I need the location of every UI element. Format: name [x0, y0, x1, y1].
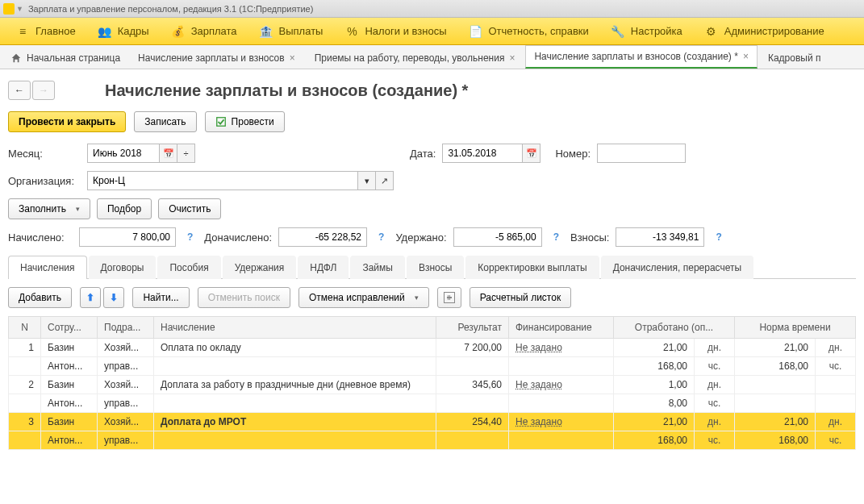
- post-and-close-button[interactable]: Провести и закрыть: [8, 111, 126, 132]
- cell-unit: чс.: [816, 431, 856, 450]
- table-row[interactable]: 2БазинХозяй...Доплата за работу в праздн…: [9, 376, 856, 394]
- calendar-icon[interactable]: 📅: [160, 144, 177, 163]
- doctab-recalc[interactable]: Доначисления, перерасчеты: [601, 256, 753, 279]
- menu-reports[interactable]: 📄Отчетность, справки: [458, 18, 600, 45]
- col-dep[interactable]: Подра...: [98, 317, 154, 339]
- post-icon: [215, 116, 227, 127]
- cell-worked-hours: 8,00: [614, 394, 695, 413]
- menu-label: Администрирование: [724, 25, 824, 37]
- org-input[interactable]: [87, 171, 358, 190]
- table-row[interactable]: 1БазинХозяй...Оплата по окладу7 200,00Не…: [9, 339, 856, 357]
- menu-label: Настройка: [631, 25, 682, 37]
- nav-forward-button[interactable]: →: [32, 81, 55, 100]
- tab-bar: Начальная страница Начисление зарплаты и…: [0, 45, 864, 69]
- help-icon[interactable]: ?: [553, 231, 559, 243]
- clear-button[interactable]: Очистить: [158, 198, 221, 219]
- cell-emp: Базин: [41, 339, 98, 357]
- dropdown-icon[interactable]: ▼: [16, 5, 23, 13]
- close-icon[interactable]: ×: [743, 51, 749, 62]
- spinner-icon[interactable]: ÷: [177, 144, 195, 163]
- menu-salary[interactable]: 💰Зарплата: [161, 18, 248, 45]
- financing-link[interactable]: Не задано: [515, 342, 562, 353]
- move-up-button[interactable]: ⬆: [80, 287, 101, 308]
- cell-dep: Хозяй...: [98, 339, 154, 357]
- table-row-sub[interactable]: Антон...управ...168,00чс.168,00чс.: [9, 357, 856, 376]
- doctab-contracts[interactable]: Договоры: [89, 256, 157, 279]
- menu-taxes[interactable]: %Налоги и взносы: [334, 18, 457, 45]
- help-icon[interactable]: ?: [187, 231, 193, 243]
- financing-link[interactable]: Не задано: [515, 416, 562, 427]
- open-icon[interactable]: ↗: [376, 171, 394, 190]
- cell-emp2: Антон...: [41, 357, 98, 376]
- menu-settings[interactable]: 🔧Настройка: [600, 18, 694, 45]
- tab-hires[interactable]: Приемы на работу, переводы, увольнения×: [306, 47, 524, 69]
- menu-admin[interactable]: ⚙Администрирование: [694, 18, 836, 45]
- col-fin[interactable]: Финансирование: [509, 317, 614, 339]
- contrib-label: Взносы:: [570, 231, 610, 244]
- date-input[interactable]: [442, 144, 523, 163]
- tab-payroll-list[interactable]: Начисление зарплаты и взносов×: [129, 47, 304, 69]
- dropdown-icon[interactable]: ▾: [358, 171, 376, 190]
- save-button[interactable]: Записать: [134, 111, 196, 132]
- table-row[interactable]: 3БазинХозяй...Доплата до МРОТ254,40Не за…: [9, 413, 856, 431]
- cell-n: 3: [9, 413, 41, 431]
- contrib-input[interactable]: [616, 227, 704, 247]
- bank-icon: 🏦: [260, 25, 273, 38]
- help-icon[interactable]: ?: [378, 231, 384, 243]
- doctab-contrib[interactable]: Взносы: [407, 256, 464, 279]
- col-n[interactable]: N: [9, 317, 41, 339]
- menu-hr[interactable]: 👥Кадры: [87, 18, 161, 45]
- doctab-loans[interactable]: Займы: [350, 256, 405, 279]
- financing-link[interactable]: Не задано: [515, 379, 562, 390]
- doctab-accruals[interactable]: Начисления: [8, 256, 87, 279]
- cell-norm-days: 21,00: [735, 413, 816, 431]
- calendar-icon[interactable]: 📅: [523, 144, 541, 163]
- main-menu: ≡Главное 👥Кадры 💰Зарплата 🏦Выплаты %Нало…: [0, 18, 864, 45]
- close-icon[interactable]: ×: [509, 52, 515, 64]
- tab-hr-cut[interactable]: Кадровый п: [759, 47, 830, 69]
- tab-label: Начальная страница: [27, 52, 120, 64]
- grid-icon: [444, 292, 455, 303]
- post-button[interactable]: Провести: [205, 111, 285, 132]
- cell-accrual: Оплата по окладу: [154, 339, 436, 357]
- document-icon: 📄: [470, 25, 482, 38]
- tab-home[interactable]: Начальная страница: [3, 47, 127, 69]
- table-row-sub[interactable]: Антон...управ...8,00чс.: [9, 394, 856, 413]
- col-accrual[interactable]: Начисление: [154, 317, 436, 339]
- payslip-button[interactable]: Расчетный листок: [470, 287, 571, 308]
- col-worked[interactable]: Отработано (оп...: [614, 317, 735, 339]
- col-emp[interactable]: Сотру...: [41, 317, 98, 339]
- cell-emp: Базин: [41, 376, 98, 394]
- doctab-benefits[interactable]: Пособия: [157, 256, 220, 279]
- doctab-ndfl[interactable]: НДФЛ: [298, 256, 349, 279]
- col-norm[interactable]: Норма времени: [735, 317, 856, 339]
- find-button[interactable]: Найти...: [132, 287, 189, 308]
- fill-button[interactable]: Заполнить: [8, 198, 90, 219]
- cell-unit: дн.: [816, 413, 856, 431]
- grid-settings-button[interactable]: [437, 287, 461, 308]
- nav-back-button[interactable]: ←: [8, 81, 31, 100]
- withheld-label: Удержано:: [395, 231, 446, 244]
- tab-payroll-create[interactable]: Начисление зарплаты и взносов (создание)…: [525, 45, 757, 69]
- menu-payments[interactable]: 🏦Выплаты: [248, 18, 335, 45]
- cell-result: 254,40: [436, 413, 509, 431]
- add-button[interactable]: Добавить: [8, 287, 72, 308]
- move-down-button[interactable]: ⬇: [103, 287, 124, 308]
- menu-main[interactable]: ≡Главное: [5, 18, 87, 45]
- cancel-fix-button[interactable]: Отмена исправлений: [298, 287, 429, 308]
- doctab-withholdings[interactable]: Удержания: [223, 256, 297, 279]
- doctab-corrections[interactable]: Корректировки выплаты: [465, 256, 599, 279]
- month-input[interactable]: [87, 144, 160, 163]
- number-input[interactable]: [597, 144, 686, 163]
- help-icon[interactable]: ?: [716, 231, 721, 243]
- cancel-search-button[interactable]: Отменить поиск: [198, 287, 290, 308]
- pick-button[interactable]: Подбор: [97, 198, 152, 219]
- menu-icon: ≡: [16, 25, 29, 38]
- close-icon[interactable]: ×: [290, 52, 295, 64]
- cell-worked-days: 21,00: [614, 339, 695, 357]
- withheld-input[interactable]: [453, 227, 542, 247]
- col-result[interactable]: Результат: [436, 317, 509, 339]
- addl-input[interactable]: [278, 227, 367, 247]
- accrued-input[interactable]: [79, 227, 176, 247]
- table-row-sub[interactable]: Антон...управ...168,00чс.168,00чс.: [9, 431, 856, 450]
